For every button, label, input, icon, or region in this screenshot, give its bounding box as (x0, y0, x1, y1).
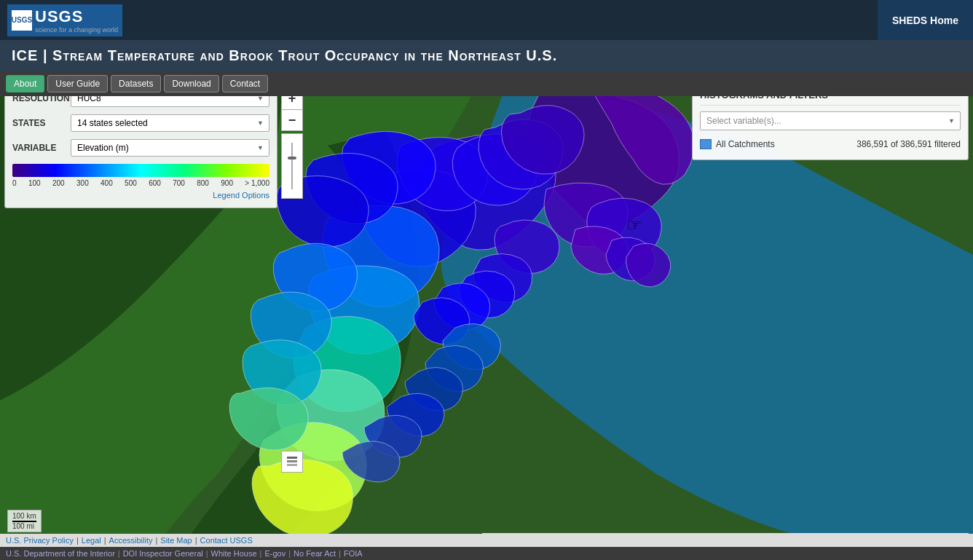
usgs-logo-text: USGS (35, 7, 118, 26)
all-catchments-text: All Catchments (716, 139, 775, 149)
legend-options-link[interactable]: Legend Options (213, 191, 269, 200)
no-fear-link[interactable]: No Fear Act (294, 549, 336, 558)
catchments-color-swatch (700, 139, 712, 149)
catchments-row: All Catchments 386,591 of 386,591 filter… (700, 136, 961, 152)
scale-box: 100 km 100 mi (7, 510, 42, 532)
scale-700: 700 (173, 179, 185, 187)
header: USGS USGS science for a changing world S… (0, 0, 973, 40)
zoom-out-button[interactable]: − (281, 109, 303, 131)
states-row: States 14 states selected (12, 114, 269, 132)
contact-usgs-link[interactable]: Contact USGS (200, 536, 253, 545)
scale-km: 100 km (12, 512, 36, 522)
white-house-link[interactable]: White House (211, 549, 257, 558)
main-title: ICE | Stream Temperature and Brook Trout… (12, 47, 557, 64)
scale-1000: > 1,000 (245, 179, 269, 187)
scale-mi: 100 mi (12, 522, 36, 530)
zoom-slider-container (281, 133, 303, 199)
scale-0: 0 (12, 179, 17, 187)
zoom-slider[interactable] (281, 133, 303, 199)
histogram-variable-wrapper: Select variable(s)... (700, 111, 961, 130)
svg-rect-1 (287, 457, 297, 459)
title-bar: ICE | Stream Temperature and Brook Trout… (0, 40, 973, 71)
legend-options: Legend Options (12, 190, 269, 200)
privacy-link[interactable]: U.S. Privacy Policy (6, 536, 74, 545)
left-panel: Resolution HUC8 HUC10 HUC12 States 14 st… (4, 82, 277, 208)
sheds-home-button[interactable]: SHEDS Home (878, 0, 973, 40)
footer-top: U.S. Privacy Policy | Legal | Accessibil… (0, 534, 973, 547)
scale-900: 900 (221, 179, 233, 187)
download-button[interactable]: Download (164, 75, 218, 92)
usgs-logo: USGS USGS science for a changing world (7, 4, 122, 36)
catchments-label: All Catchments (700, 139, 775, 149)
layers-icon (285, 455, 299, 468)
doi-inspector-link[interactable]: DOI Inspector General (123, 549, 203, 558)
variable-row: Variable Elevation (m) Stream Temperatur… (12, 139, 269, 157)
svg-rect-3 (287, 464, 297, 466)
legal-link[interactable]: Legal (82, 536, 101, 545)
svg-rect-2 (287, 460, 297, 462)
variable-select-wrapper: Elevation (m) Stream Temperature Brook T… (71, 139, 269, 157)
scale-400: 400 (101, 179, 113, 187)
scale-600: 600 (149, 179, 161, 187)
layer-control (281, 451, 303, 473)
scale-500: 500 (125, 179, 137, 187)
legend-scale: 0 100 200 300 400 500 600 700 800 900 > … (12, 179, 269, 187)
scale-200: 200 (52, 179, 65, 187)
variable-select[interactable]: Elevation (m) Stream Temperature Brook T… (71, 139, 269, 157)
variable-label: Variable (12, 143, 71, 153)
histogram-variable-select[interactable]: Select variable(s)... (700, 111, 961, 130)
accessibility-link[interactable]: Accessibility (109, 536, 153, 545)
contact-button[interactable]: Contact (222, 75, 268, 92)
catchments-count: 386,591 of 386,591 filtered (856, 139, 961, 149)
usgs-logo-box: USGS USGS science for a changing world (7, 4, 122, 36)
about-button[interactable]: About (6, 75, 44, 92)
datasets-button[interactable]: Datasets (111, 75, 161, 92)
states-select-wrapper: 14 states selected (71, 114, 269, 132)
states-label: States (12, 118, 71, 128)
scale-100: 100 (28, 179, 41, 187)
scale-800: 800 (197, 179, 209, 187)
usgs-tagline: science for a changing world (35, 26, 118, 33)
gradient-bar (12, 164, 269, 177)
states-select[interactable]: 14 states selected (71, 114, 269, 132)
scale-300: 300 (76, 179, 89, 187)
site-map-link[interactable]: Site Map (160, 536, 192, 545)
layer-button[interactable] (281, 451, 303, 473)
footer-bottom: U.S. Department of the Interior | DOI In… (0, 547, 973, 560)
foia-link[interactable]: FOIA (344, 549, 363, 558)
doi-link[interactable]: U.S. Department of the Interior (6, 549, 115, 558)
user-guide-button[interactable]: User Guide (47, 75, 108, 92)
nav-bar: About User Guide Datasets Download Conta… (0, 71, 973, 96)
egov-link[interactable]: E-gov (264, 549, 285, 558)
legend-area: 0 100 200 300 400 500 600 700 800 900 > … (12, 164, 269, 200)
